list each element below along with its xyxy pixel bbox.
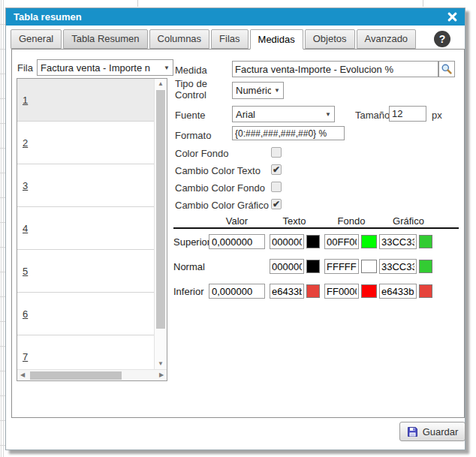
formato-label: Formato bbox=[175, 130, 211, 141]
horizontal-scroll-thumb[interactable] bbox=[30, 371, 122, 380]
row-link[interactable]: 5 bbox=[23, 266, 28, 277]
list-item[interactable]: 7 bbox=[17, 335, 154, 369]
superior-texto-input[interactable] bbox=[270, 234, 304, 249]
normal-fondo-input[interactable] bbox=[324, 259, 359, 274]
background-grid-line bbox=[137, 0, 138, 7]
table-row-superior: Superior bbox=[173, 232, 432, 251]
table-row-inferior: Inferior bbox=[173, 281, 432, 301]
inferior-fondo-input[interactable] bbox=[324, 284, 359, 299]
header-fondo: Fondo bbox=[323, 215, 380, 227]
fila-select-value: Factura venta - Importe n bbox=[41, 62, 161, 74]
list-item[interactable]: 2 bbox=[17, 122, 154, 164]
tab-medidas[interactable]: Medidas bbox=[250, 29, 303, 50]
row-link[interactable]: 7 bbox=[23, 351, 28, 362]
inferior-grafico-input[interactable] bbox=[379, 284, 417, 299]
tab-objetos[interactable]: Objetos bbox=[305, 29, 355, 49]
search-icon bbox=[441, 63, 453, 75]
list-item[interactable]: 3 bbox=[17, 164, 154, 207]
row-label: Superior bbox=[173, 236, 209, 248]
scroll-right-icon[interactable]: ▶ bbox=[156, 370, 167, 380]
vertical-scroll-thumb[interactable] bbox=[156, 90, 165, 329]
inferior-fondo-swatch[interactable] bbox=[361, 284, 377, 298]
inferior-grafico-swatch[interactable] bbox=[419, 284, 432, 298]
normal-grafico-input[interactable] bbox=[379, 259, 417, 274]
tamano-unit: px bbox=[432, 110, 442, 121]
header-texto: Texto bbox=[268, 215, 321, 227]
tipo-control-select[interactable]: Numérico ▼ bbox=[232, 82, 284, 99]
table-row-normal: Normal bbox=[173, 257, 432, 276]
cambio-color-texto-checkbox[interactable]: ✔ bbox=[271, 164, 282, 175]
vertical-scrollbar[interactable]: ▲ ▼ bbox=[154, 79, 167, 369]
tab-filas[interactable]: Filas bbox=[211, 29, 248, 49]
list-item[interactable]: 1 bbox=[17, 79, 154, 122]
scroll-left-icon[interactable]: ◀ bbox=[17, 370, 28, 380]
normal-grafico-swatch[interactable] bbox=[419, 260, 432, 273]
chevron-down-icon: ▼ bbox=[325, 111, 331, 118]
threshold-table-header: Valor Texto Fondo Gráfico bbox=[173, 215, 460, 227]
tab-general[interactable]: General bbox=[11, 29, 62, 49]
color-fondo-label: Color Fondo bbox=[175, 148, 229, 159]
fuente-label: Fuente bbox=[175, 110, 205, 121]
tipo-control-label: Tipo de Control bbox=[175, 78, 223, 101]
tab-tabla-resumen[interactable]: Tabla Resumen bbox=[63, 29, 147, 49]
dialog-title: Tabla resumen bbox=[14, 11, 82, 23]
fuente-value: Arial bbox=[236, 109, 322, 120]
row-link[interactable]: 4 bbox=[23, 223, 28, 234]
inferior-valor-input[interactable] bbox=[209, 284, 265, 299]
inferior-texto-input[interactable] bbox=[270, 284, 304, 299]
list-item[interactable]: 6 bbox=[17, 293, 154, 335]
superior-valor-input[interactable] bbox=[209, 234, 265, 249]
color-fondo-checkbox[interactable] bbox=[271, 147, 282, 158]
list-item[interactable]: 4 bbox=[17, 207, 154, 250]
header-valor: Valor bbox=[209, 215, 265, 227]
medida-input[interactable] bbox=[232, 61, 438, 77]
normal-texto-swatch[interactable] bbox=[306, 260, 320, 273]
superior-texto-swatch[interactable] bbox=[306, 235, 320, 248]
tamano-input[interactable] bbox=[389, 106, 426, 122]
tab-avanzado[interactable]: Avanzado bbox=[357, 29, 417, 49]
fuente-select[interactable]: Arial ▼ bbox=[232, 106, 335, 122]
row-link[interactable]: 6 bbox=[23, 308, 28, 320]
close-icon[interactable] bbox=[447, 11, 458, 23]
search-button[interactable] bbox=[438, 61, 455, 77]
cambio-color-grafico-checkbox[interactable]: ✔ bbox=[271, 199, 282, 209]
row-link[interactable]: 3 bbox=[23, 180, 28, 191]
horizontal-scrollbar[interactable]: ◀ ▶ bbox=[17, 369, 167, 380]
superior-grafico-input[interactable] bbox=[379, 234, 417, 249]
scroll-up-icon[interactable]: ▲ bbox=[155, 79, 167, 89]
background-grid-line bbox=[423, 0, 423, 7]
normal-texto-input[interactable] bbox=[270, 259, 304, 274]
threshold-table: Valor Texto Fondo Gráfico Superior Norma… bbox=[173, 215, 460, 227]
help-icon[interactable]: ? bbox=[434, 31, 450, 47]
superior-fondo-swatch[interactable] bbox=[361, 235, 377, 248]
cambio-color-fondo-label: Cambio Color Fondo bbox=[175, 182, 265, 194]
save-icon bbox=[407, 426, 418, 437]
inferior-texto-swatch[interactable] bbox=[306, 284, 320, 298]
fila-list: 1 2 3 4 5 6 7 ▲ ▼ ◀ ▶ bbox=[17, 78, 167, 381]
save-button[interactable]: Guardar bbox=[399, 422, 465, 441]
tamano-label: Tamaño bbox=[355, 110, 390, 121]
fila-select[interactable]: Factura venta - Importe n ▼ bbox=[37, 59, 173, 76]
medidas-panel: Fila Factura venta - Importe n ▼ 1 2 3 4… bbox=[11, 49, 465, 418]
normal-fondo-swatch[interactable] bbox=[361, 260, 377, 273]
list-item[interactable]: 5 bbox=[17, 250, 154, 293]
row-link[interactable]: 2 bbox=[23, 137, 28, 149]
tipo-control-value: Numérico bbox=[236, 85, 271, 96]
row-label: Normal bbox=[173, 261, 209, 272]
scroll-down-icon[interactable]: ▼ bbox=[155, 359, 167, 369]
tab-columnas[interactable]: Columnas bbox=[149, 29, 210, 49]
chevron-down-icon: ▼ bbox=[164, 65, 170, 71]
superior-grafico-swatch[interactable] bbox=[419, 235, 432, 248]
row-label: Inferior bbox=[173, 286, 209, 297]
cambio-color-fondo-checkbox[interactable] bbox=[271, 182, 282, 192]
cambio-color-texto-label: Cambio Color Texto bbox=[175, 165, 261, 176]
fila-label: Fila bbox=[17, 62, 33, 74]
dialog-titlebar: Tabla resumen bbox=[6, 8, 465, 26]
header-grafico: Gráfico bbox=[381, 215, 436, 227]
formato-input[interactable] bbox=[232, 126, 345, 140]
superior-fondo-input[interactable] bbox=[324, 234, 359, 249]
save-button-label: Guardar bbox=[423, 426, 459, 437]
header-divider bbox=[173, 227, 459, 229]
tabla-resumen-dialog: Tabla resumen General Tabla Resumen Colu… bbox=[5, 8, 465, 450]
row-link[interactable]: 1 bbox=[23, 95, 28, 106]
